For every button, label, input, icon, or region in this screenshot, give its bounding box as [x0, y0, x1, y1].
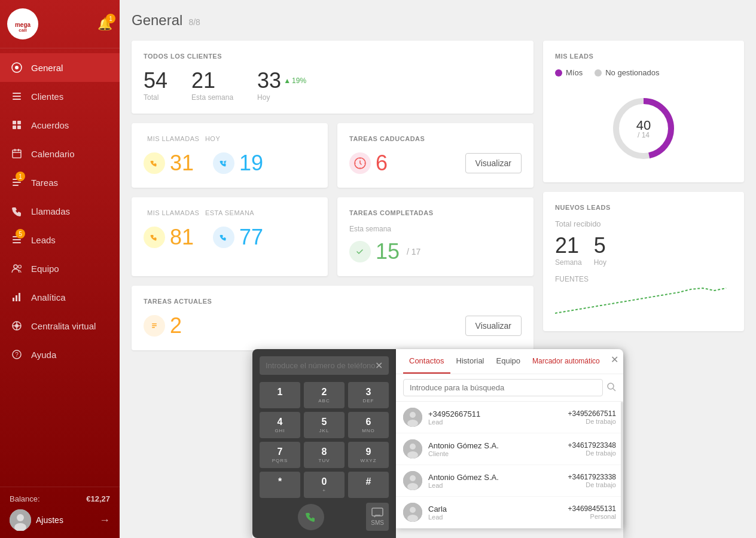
key-5[interactable]: 5JKL — [304, 412, 345, 438]
svg-text:?: ? — [15, 351, 19, 358]
contact-numbers: +34698455131 Personal — [568, 505, 616, 520]
tab-marcador[interactable]: Marcador automático — [526, 350, 606, 374]
tareas-actuales-stat: 2 — [144, 313, 182, 338]
tareas-actuales-title: TAREAS ACTUALES — [144, 298, 522, 305]
svg-point-64 — [407, 515, 418, 522]
tab-contactos[interactable]: Contactos — [403, 349, 450, 374]
semana-stat: 21 Esta semana — [191, 68, 233, 102]
tareas-actuales-card: TAREAS ACTUALES 2 Visua — [132, 286, 534, 350]
svg-line-52 — [613, 389, 615, 391]
key-0[interactable]: 0+ — [304, 472, 345, 498]
contacts-tabs: Contactos Historial Equipo Marcador auto… — [396, 349, 623, 374]
svg-point-63 — [410, 507, 416, 513]
svg-point-41 — [148, 231, 161, 244]
tab-historial[interactable]: Historial — [450, 349, 490, 374]
leads-chart — [555, 283, 732, 319]
close-panel-icon[interactable]: ✕ — [611, 354, 618, 365]
clear-input-icon[interactable]: ✕ — [375, 360, 383, 371]
llamadas-hoy-stats: 31 19 — [144, 151, 316, 176]
sidebar-item-acuerdos[interactable]: Acuerdos — [0, 111, 120, 139]
donut-main-number: 40 — [636, 118, 651, 133]
visualizar-actuales-button[interactable]: Visualizar — [465, 316, 522, 336]
hoy-highlight: 33 ▲ 19% — [257, 68, 306, 93]
contact-search-input[interactable] — [403, 379, 603, 396]
svg-point-38 — [148, 157, 161, 170]
fuentes-title: Fuentes — [555, 275, 732, 283]
svg-rect-6 — [13, 96, 21, 97]
key-6[interactable]: 6MNO — [348, 412, 389, 438]
call-button[interactable] — [298, 504, 324, 530]
tareas-caducadas-row: 6 Visualizar — [349, 151, 522, 176]
todos-clientes-card: TODOS LOS CLIENTES 54 Total 21 Esta sema… — [132, 41, 534, 114]
sidebar-item-label: Clientes — [31, 91, 63, 102]
user-settings-label[interactable]: Ajustes — [36, 515, 99, 525]
sidebar-item-label: Leads — [31, 235, 56, 245]
sidebar-item-clientes[interactable]: Clientes — [0, 82, 120, 111]
sidebar-nav: General Clientes — [0, 48, 120, 487]
key-2[interactable]: 2ABC — [304, 382, 345, 408]
main-content: General 8/8 TODOS LOS CLIENTES 54 Total … — [120, 0, 756, 538]
sidebar-item-tareas[interactable]: Tareas 1 — [0, 168, 120, 197]
semana-label: Esta semana — [191, 93, 233, 102]
key-9[interactable]: 9WXYZ — [348, 442, 389, 468]
tab-equipo[interactable]: Equipo — [490, 349, 526, 374]
key-3[interactable]: 3DEF — [348, 382, 389, 408]
svg-point-54 — [410, 412, 416, 418]
sidebar-item-calendario[interactable]: Calendario — [0, 139, 120, 168]
page-header: General 8/8 — [132, 12, 744, 29]
svg-point-61 — [407, 483, 418, 490]
contact-item[interactable]: Antonio Gómez S.A. Cliente +34617923348 … — [396, 433, 623, 465]
contact-item[interactable]: +34952667511 Lead +34952667511 De trabaj… — [396, 402, 623, 433]
contact-numbers: +34952667511 De trabajo — [568, 409, 616, 425]
key-8[interactable]: 8TUV — [304, 442, 345, 468]
contact-type: Lead — [428, 482, 568, 489]
sidebar-item-label: Calendario — [31, 149, 75, 159]
svg-point-23 — [19, 265, 22, 268]
contact-phone-type: De trabajo — [568, 481, 616, 488]
outgoing-number: 31 — [170, 151, 194, 176]
key-4[interactable]: 4GHI — [260, 412, 300, 438]
sidebar-item-equipo[interactable]: Equipo — [0, 254, 120, 283]
svg-point-55 — [407, 420, 418, 427]
todos-clientes-stats: 54 Total 21 Esta semana 33 ▲ 19% — [144, 68, 522, 102]
key-star[interactable]: * — [260, 472, 300, 498]
total-label: Total — [144, 93, 167, 102]
tareas-completadas-card: TAREAS COMPLETADAS Esta semana 15 / 17 — [337, 197, 534, 276]
sidebar-item-general[interactable]: General — [0, 53, 120, 82]
svg-rect-45 — [152, 323, 157, 325]
visualizar-caducadas-button[interactable]: Visualizar — [465, 153, 522, 173]
svg-rect-11 — [17, 126, 21, 129]
tareas-actuales-number: 2 — [170, 313, 182, 338]
donut-chart-container: 40 / 14 — [555, 87, 732, 170]
general-icon — [10, 60, 24, 75]
sidebar-item-label: General — [31, 63, 63, 73]
key-1[interactable]: 1 — [260, 382, 300, 408]
semana-number: 21 — [191, 68, 233, 93]
sidebar-item-llamadas[interactable]: Llamadas — [0, 197, 120, 225]
contact-info: +34952667511 Lead — [428, 409, 568, 426]
sidebar-item-leads[interactable]: Leads 5 — [0, 225, 120, 254]
phone-number-input[interactable] — [266, 361, 375, 370]
nuevos-semana-stat: 21 Semana — [555, 233, 582, 267]
key-7[interactable]: 7PQRS — [260, 442, 300, 468]
svg-point-36 — [17, 514, 24, 521]
sms-button[interactable]: SMS — [366, 503, 389, 531]
contact-avatar — [403, 471, 422, 490]
keypad: 1 2ABC 3DEF 4GHI 5JKL 6MNO 7PQRS 8TUV 9W… — [260, 382, 389, 498]
sidebar-item-centralita[interactable]: Centralita virtual — [0, 311, 120, 340]
nuevos-leads-title: NUEVOS LEADS — [555, 204, 732, 211]
sidebar-item-analitica[interactable]: Analítica — [0, 283, 120, 311]
svg-rect-12 — [13, 150, 21, 158]
contact-type: Cliente — [428, 450, 568, 457]
mis-leads-title: MIS LEADS — [555, 53, 732, 60]
key-hash[interactable]: # — [348, 472, 389, 498]
scrollbar[interactable] — [621, 402, 623, 528]
contact-name: Carla — [428, 505, 568, 513]
sidebar-item-ayuda[interactable]: ? Ayuda — [0, 340, 120, 369]
logout-icon[interactable]: → — [99, 514, 110, 527]
notification-bell[interactable]: 🔔 1 — [97, 17, 112, 31]
legend-no-gestionados: No gestionados — [595, 68, 659, 77]
contact-item[interactable]: Antonio Gómez S.A. Lead +34617923338 De … — [396, 465, 623, 497]
contact-info: Antonio Gómez S.A. Cliente — [428, 441, 568, 457]
contact-item[interactable]: Carla Lead +34698455131 Personal — [396, 497, 623, 528]
